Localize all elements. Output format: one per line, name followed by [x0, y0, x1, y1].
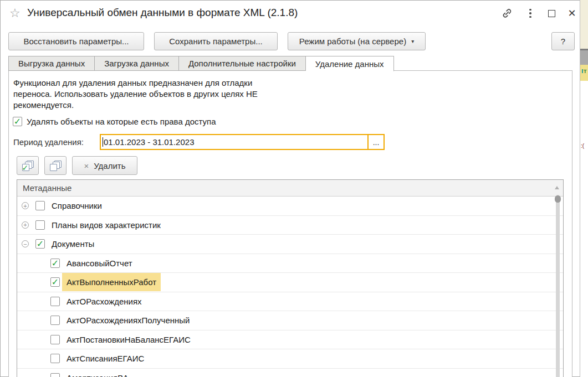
toolbar: Восстановить параметры... Сохранить пара… [1, 32, 580, 51]
actions-row: × Удалить [17, 156, 137, 175]
set-all-flags-button[interactable] [17, 156, 39, 175]
period-label: Период удаления: [13, 137, 84, 147]
help-button[interactable]: ? [551, 32, 575, 50]
delete-button-label: Удалить [94, 161, 125, 171]
table-row[interactable]: АктОРасхождениях [17, 292, 563, 312]
row-label: АвансовыйОтчет [62, 254, 137, 272]
expand-icon[interactable]: + [22, 202, 29, 209]
row-checkbox[interactable] [50, 354, 60, 363]
background-text-fragment: :( [581, 143, 584, 149]
delete-accessible-objects-checkbox[interactable]: Удалять объекты на которые есть права до… [13, 117, 216, 126]
row-checkbox[interactable] [50, 297, 60, 306]
table-row[interactable]: АвансовыйОтчет [17, 254, 563, 273]
description-text: Функционал для удаления данных предназна… [13, 78, 258, 111]
period-value[interactable]: 01.01.2023 - 31.01.2023 [101, 135, 367, 149]
row-label: АктОРасхождениях [62, 292, 146, 311]
checkbox-icon[interactable] [13, 117, 22, 126]
work-mode-label: Режим работы (на сервере) [299, 37, 406, 46]
row-label: АктОРасхожденияхПолученный [62, 311, 194, 329]
tab-strip: Выгрузка данныхЗагрузка данныхДополнител… [8, 56, 394, 71]
row-checkbox[interactable] [35, 201, 45, 210]
table-row[interactable]: АктСписанияЕГАИС [17, 349, 563, 369]
title-bar: ☆ Универсальный обмен данными в формате … [1, 1, 580, 27]
row-checkbox[interactable] [35, 220, 45, 230]
copy-link-icon[interactable] [500, 6, 514, 20]
row-label: Справочники [47, 197, 106, 215]
table-row[interactable]: − Документы [17, 235, 563, 254]
scrollbar-thumb[interactable] [555, 195, 561, 203]
background-text-fragment: Т [582, 69, 587, 74]
table-row[interactable]: АктВыполненныхРабот [17, 273, 563, 292]
favorite-star-icon[interactable]: ☆ [9, 6, 21, 20]
close-icon[interactable]: ✕ [565, 6, 579, 20]
save-params-button[interactable]: Сохранить параметры... [154, 32, 278, 50]
period-picker-button[interactable]: ... [367, 135, 384, 149]
work-mode-button[interactable]: Режим работы (на сервере) ▾ [288, 32, 426, 50]
background-band [580, 50, 588, 65]
row-label: Планы видов характеристик [47, 216, 165, 234]
table-row[interactable]: + Планы видов характеристик [17, 216, 563, 235]
vertical-scrollbar[interactable] [556, 195, 560, 377]
metadata-column-header[interactable]: Метаданные [17, 180, 563, 197]
expand-icon[interactable]: + [22, 221, 29, 229]
clear-all-flags-icon [50, 161, 62, 171]
row-label: Документы [47, 235, 99, 253]
row-checkbox[interactable] [50, 277, 60, 287]
row-checkbox[interactable] [50, 335, 60, 344]
tab-1[interactable]: Выгрузка данных [8, 56, 95, 71]
tab-3[interactable]: Дополнительные настройки [179, 56, 306, 71]
row-checkbox[interactable] [50, 259, 60, 268]
tab-4[interactable]: Удаление данных [306, 56, 394, 71]
window-title: Универсальный обмен данными в формате XM… [27, 7, 298, 19]
delete-button[interactable]: × Удалить [72, 156, 137, 175]
period-input[interactable]: 01.01.2023 - 31.01.2023 ... [100, 134, 385, 150]
row-label: АктСписанияЕГАИС [62, 349, 149, 368]
table-row[interactable]: АмортизацияВА [17, 369, 563, 377]
set-all-flags-icon [22, 161, 34, 171]
background-band [580, 0, 588, 49]
metadata-table: Метаданные + Справочники + Планы видов х… [17, 179, 564, 377]
text-caret [103, 137, 103, 147]
chevron-down-icon: ▾ [411, 38, 414, 44]
delete-x-icon: × [84, 161, 89, 171]
metadata-rows: + Справочники + Планы видов характеристи… [17, 197, 563, 377]
scroll-up-icon[interactable] [555, 186, 559, 189]
table-row[interactable]: АктПостановкиНаБалансЕГАИС [17, 330, 563, 350]
restore-params-button[interactable]: Восстановить параметры... [8, 32, 144, 50]
row-label: АктПостановкиНаБалансЕГАИС [62, 330, 195, 349]
row-checkbox[interactable] [50, 316, 60, 325]
maximize-icon[interactable] [544, 6, 559, 20]
background-window-edge: Т :( [580, 0, 588, 377]
table-row[interactable]: + Справочники [17, 197, 563, 216]
row-label: АктВыполненныхРабот [62, 273, 161, 291]
dialog-window: ☆ Универсальный обмен данными в формате … [0, 0, 580, 377]
expand-icon[interactable]: − [22, 240, 29, 247]
tab-2[interactable]: Загрузка данных [95, 56, 179, 71]
checkbox-label: Удалять объекты на которые есть права до… [27, 117, 216, 126]
row-checkbox[interactable] [35, 239, 45, 249]
table-row[interactable]: АктОРасхожденияхПолученный [17, 311, 563, 330]
more-menu-icon[interactable] [523, 6, 538, 20]
clear-all-flags-button[interactable] [44, 156, 67, 175]
row-label: АмортизацияВА [62, 369, 133, 377]
tab-page-delete-data: Функционал для удаления данных предназна… [8, 70, 572, 377]
row-checkbox[interactable] [50, 373, 60, 377]
